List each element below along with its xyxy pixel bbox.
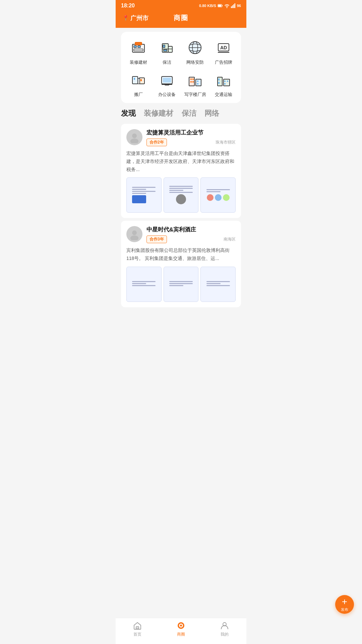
feed-badge-row-2: 合作3年 南海区: [146, 235, 236, 243]
feed-title-2: 中星时代&宾利酒庄: [146, 226, 236, 233]
tab-renovation[interactable]: 装修建材: [144, 108, 173, 118]
category-card: 装修建材 保洁: [121, 32, 241, 103]
category-item-moving[interactable]: 搬厂: [124, 71, 153, 98]
office-icon: [158, 71, 176, 89]
svg-rect-17: [168, 46, 172, 52]
status-time: 18:20: [121, 3, 135, 9]
category-item-advertising[interactable]: AD 广告招牌: [209, 39, 238, 65]
svg-rect-36: [190, 78, 192, 80]
category-item-transport[interactable]: 交通运输: [209, 71, 238, 98]
feed-image-1a: [126, 177, 162, 213]
feed-image-1b: [164, 177, 199, 213]
transport-icon: [215, 71, 233, 89]
svg-rect-9: [138, 46, 140, 48]
category-label-renovation: 装修建材: [130, 59, 147, 65]
svg-rect-29: [138, 78, 140, 84]
feed-images-1: [126, 177, 236, 213]
avatar-1: [126, 129, 142, 145]
category-label-moving: 搬厂: [134, 92, 143, 98]
svg-rect-25: [132, 76, 138, 84]
svg-text:AD: AD: [220, 45, 227, 50]
category-label-cleaning: 保洁: [163, 59, 171, 65]
svg-rect-44: [218, 78, 220, 80]
tab-discover[interactable]: 发现: [121, 108, 136, 118]
location-selector[interactable]: 📍 广州市: [122, 14, 148, 22]
renovation-icon: [129, 39, 147, 57]
svg-rect-8: [134, 46, 136, 48]
category-label-advertising: 广告招牌: [215, 59, 232, 65]
tabs-container: 发现 装修建材 保洁 网络: [116, 103, 246, 121]
feed-image-2c: [200, 267, 236, 302]
location-text: 广州市: [130, 14, 148, 22]
feed-meta-2: 中星时代&宾利酒庄 合作3年 南海区: [146, 226, 236, 243]
advertising-icon: AD: [215, 39, 233, 57]
category-label-transport: 交通运输: [215, 92, 232, 98]
feed-image-2a: [126, 267, 162, 302]
feed: 宏捷算灵活用工企业节 合作2年 珠海市辖区 宏捷算灵活用工平台是由天津鑫泽世纪集…: [116, 124, 246, 337]
feed-card-1[interactable]: 宏捷算灵活用工企业节 合作2年 珠海市辖区 宏捷算灵活用工平台是由天津鑫泽世纪集…: [121, 124, 241, 218]
svg-rect-43: [224, 79, 230, 86]
battery-level: 96: [237, 4, 241, 8]
category-item-building[interactable]: 写字楼厂房: [181, 71, 209, 98]
svg-rect-6: [234, 3, 235, 8]
category-grid: 装修建材 保洁: [124, 39, 238, 98]
svg-rect-37: [192, 78, 194, 80]
category-item-cleaning[interactable]: 保洁: [153, 39, 181, 65]
tab-cleaning[interactable]: 保洁: [182, 108, 196, 118]
status-bar: 18:20 0.80 KB/S 96: [116, 0, 246, 11]
signal-icon: [231, 3, 236, 8]
feed-meta-1: 宏捷算灵活用工企业节 合作2年 珠海市辖区: [146, 129, 236, 146]
feed-header-2: 中星时代&宾利酒庄 合作3年 南海区: [126, 226, 236, 243]
category-label-office: 办公设备: [158, 92, 176, 98]
category-item-office[interactable]: 办公设备: [153, 71, 181, 98]
cleaning-icon: [158, 39, 176, 57]
svg-rect-2: [222, 5, 223, 6]
svg-rect-41: [197, 83, 198, 85]
svg-point-51: [132, 230, 137, 235]
category-label-building: 写字楼厂房: [184, 92, 206, 98]
svg-rect-5: [233, 4, 234, 8]
svg-rect-38: [190, 81, 192, 83]
feed-location-2: 南海区: [224, 236, 236, 242]
feed-image-2b: [164, 267, 199, 302]
battery-icon: [218, 3, 223, 8]
feed-title-1: 宏捷算灵活用工企业节: [146, 129, 236, 137]
moving-icon: [129, 71, 147, 89]
svg-rect-31: [163, 78, 171, 83]
svg-rect-42: [218, 77, 222, 86]
feed-header-1: 宏捷算灵活用工企业节 合作2年 珠海市辖区: [126, 129, 236, 146]
svg-rect-40: [197, 80, 198, 82]
svg-point-52: [130, 235, 138, 240]
svg-rect-47: [227, 80, 228, 82]
category-label-network: 网络安防: [186, 59, 204, 65]
feed-desc-1: 宏捷算灵活用工平台是由天津鑫泽世纪集团投资搭建，是天津市经济开发区政府、天津市河…: [126, 150, 236, 173]
feed-card-2[interactable]: 中星时代&宾利酒庄 合作3年 南海区 宾利集团股份有限公司总部位于英国伦敦博利高…: [121, 221, 241, 307]
svg-rect-3: [231, 6, 232, 8]
location-icon: 📍: [122, 15, 129, 21]
svg-rect-48: [224, 83, 226, 85]
avatar-2: [126, 226, 142, 242]
category-item-renovation[interactable]: 装修建材: [124, 39, 153, 65]
svg-rect-14: [163, 45, 165, 48]
feed-images-2: [126, 267, 236, 302]
svg-rect-12: [135, 42, 142, 45]
category-item-network[interactable]: 网络安防: [181, 39, 209, 65]
svg-rect-16: [164, 50, 167, 51]
tab-network[interactable]: 网络: [204, 108, 219, 118]
svg-rect-39: [192, 81, 194, 83]
feed-badge-row-1: 合作2年 珠海市辖区: [146, 139, 236, 146]
feed-image-1c: [200, 177, 236, 213]
svg-rect-45: [218, 82, 220, 84]
svg-rect-35: [196, 79, 201, 86]
network-icon: [186, 39, 204, 57]
svg-rect-1: [218, 5, 221, 7]
building-icon: [186, 71, 204, 89]
svg-rect-46: [224, 80, 226, 82]
svg-point-50: [130, 139, 138, 143]
network-speed: 0.80 KB/S: [199, 4, 216, 8]
feed-badge-2: 合作3年: [146, 235, 167, 243]
header: 📍 广州市 商圈: [116, 11, 246, 28]
svg-rect-10: [134, 49, 143, 51]
svg-rect-28: [140, 79, 142, 81]
feed-location-1: 珠海市辖区: [216, 140, 236, 145]
